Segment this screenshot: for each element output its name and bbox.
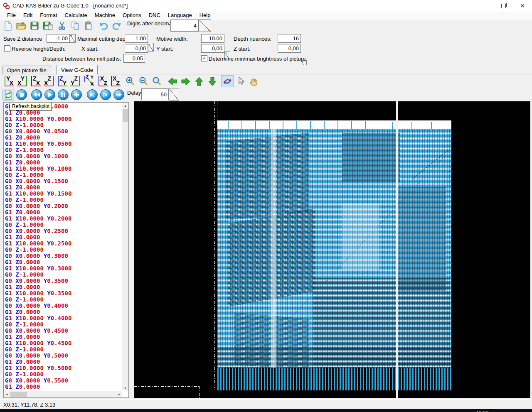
gcode-vertical-scrollbar[interactable]: ▲ ▼	[122, 103, 128, 391]
open-button[interactable]	[15, 20, 27, 32]
window-title: CAD-KAS Bilder zu G-Code 1.0 - [noname.c…	[12, 2, 128, 9]
forward-button[interactable]	[113, 89, 125, 101]
new-button[interactable]	[2, 20, 14, 32]
reverse-height-depth-label: Reverse height/Depth:	[12, 46, 65, 52]
z-start-field[interactable]: 0,00	[278, 44, 301, 53]
view-zy-button[interactable]: Z Y	[57, 75, 69, 87]
pan-hand-button[interactable]	[248, 75, 260, 87]
backplot-canvas[interactable]	[134, 101, 530, 398]
scroll-up-icon[interactable]: ▲	[122, 103, 128, 109]
spinner-down-icon[interactable]: ↓	[208, 27, 210, 32]
undo-button[interactable]	[97, 20, 110, 32]
pan-down-button[interactable]	[206, 75, 219, 87]
gcode-horizontal-scrollbar[interactable]: ◄ ►	[4, 391, 122, 397]
zoom-out-icon	[138, 76, 148, 86]
tab-view-gcode[interactable]: View G-Code	[57, 65, 98, 74]
view-iso-button[interactable]: Z Y X	[83, 75, 95, 87]
axis-letter: X	[44, 80, 48, 86]
restore-button[interactable]	[494, 0, 513, 12]
gcode-panel[interactable]: G0 X0.0000 Y0.0000G1 Z0.0000G1 X10.0000 …	[3, 102, 129, 398]
plus-icon	[71, 89, 82, 100]
select-pointer-button[interactable]	[234, 75, 247, 87]
add-button[interactable]	[71, 89, 82, 101]
menu-calculate[interactable]: Calculate	[61, 12, 91, 19]
tab-open-picture-file[interactable]: Open picture file	[2, 66, 51, 74]
axis-letter: Z	[116, 80, 120, 86]
playback-toolbar: Delay: 50 ↑↓	[0, 88, 532, 102]
mill-paths-distance-field[interactable]: 0.05	[123, 54, 145, 63]
horizontal-scroll-thumb[interactable]	[10, 392, 27, 397]
rotate-view-button[interactable]	[221, 75, 234, 87]
maximal-cutting-depth-spinner[interactable]: ↑↓	[148, 43, 154, 52]
menu-file[interactable]: File	[3, 12, 20, 19]
minimize-button[interactable]	[475, 0, 494, 12]
save-z-distance-field[interactable]: -1.00	[47, 34, 70, 43]
save-button[interactable]	[28, 20, 41, 32]
gcode-line: G0 X0.0000 Y0.3500	[5, 278, 122, 284]
gcode-line: G1 Z0.0000	[5, 309, 122, 315]
view-xy-button[interactable]: Y X	[16, 75, 28, 87]
rewind-button[interactable]	[31, 89, 42, 101]
y-start-field[interactable]: 0,00	[201, 44, 224, 53]
scroll-down-icon[interactable]: ▼	[122, 385, 128, 391]
menu-options[interactable]: Options	[119, 12, 145, 19]
view-xz2-button[interactable]: X Z	[97, 75, 109, 87]
pan-up-button[interactable]	[193, 75, 205, 87]
gcode-line: G0 X0.0000 Y0.2000	[5, 203, 122, 209]
skip-to-end-button[interactable]	[86, 89, 98, 101]
play-button[interactable]	[44, 89, 56, 101]
view-yz-button[interactable]: Z Y	[69, 75, 81, 87]
refresh-backplot-button[interactable]	[2, 89, 14, 101]
view-xz-button[interactable]: Z X	[42, 75, 54, 87]
save-as-button[interactable]	[42, 20, 54, 32]
delay-spinner[interactable]: ↑↓	[169, 88, 179, 101]
redo-button[interactable]	[111, 20, 123, 32]
rotate-icon	[222, 76, 232, 86]
view-yx-button[interactable]: Y X	[3, 75, 15, 87]
save-z-distance-spinner[interactable]: ↑↓	[70, 34, 76, 43]
stop-button[interactable]	[16, 89, 27, 101]
digits-spinner[interactable]: ↑↓	[199, 19, 211, 32]
menu-format[interactable]: Format	[36, 12, 61, 19]
brightness-checkbox[interactable]: ✓	[201, 55, 207, 61]
crosshair-horizontal-line	[134, 386, 201, 387]
depth-nuances-field[interactable]: 16	[278, 34, 301, 43]
paste-button[interactable]	[82, 20, 95, 32]
delay-field[interactable]: 50	[141, 88, 169, 100]
step-button[interactable]	[100, 89, 111, 101]
view-zx-button[interactable]: Z X	[30, 75, 42, 87]
zoom-out-button[interactable]	[137, 75, 150, 87]
copy-button[interactable]	[69, 20, 81, 32]
menu-edit[interactable]: Edit	[20, 12, 36, 19]
close-icon: ✕	[520, 3, 525, 9]
menu-help[interactable]: Help	[196, 12, 214, 19]
close-button[interactable]: ✕	[513, 0, 532, 12]
zoom-window-button[interactable]	[150, 75, 163, 87]
cut-button[interactable]	[56, 20, 68, 32]
menu-language[interactable]: Language	[164, 12, 196, 19]
gcode-line: G0 Z-1.0000	[5, 297, 122, 303]
motive-width-field[interactable]: 10.00	[201, 34, 224, 43]
gcode-line: G1 X10.0000 Y0.4500	[5, 340, 122, 346]
spinner-up-icon[interactable]: ↑	[200, 19, 202, 24]
view-xz3-button[interactable]: X Z	[110, 75, 122, 87]
delay-label: Delay:	[127, 90, 143, 96]
restore-icon	[501, 4, 506, 8]
pan-left-button[interactable]	[166, 75, 179, 87]
motive-width-label: Motive width:	[156, 36, 188, 42]
paste-icon	[84, 21, 93, 30]
digits-after-decimal-field[interactable]: 4	[170, 20, 199, 32]
backplot-motive-image	[217, 120, 451, 390]
zoom-in-button[interactable]	[124, 75, 136, 87]
pan-right-button[interactable]	[180, 75, 192, 87]
menu-dnc[interactable]: DNC	[145, 12, 164, 19]
pause-button[interactable]	[57, 89, 69, 101]
x-start-field[interactable]: 0,00	[125, 44, 148, 53]
reverse-height-depth-checkbox[interactable]	[4, 45, 10, 52]
scroll-left-icon[interactable]: ◄	[4, 391, 10, 397]
maximal-cutting-depth-field[interactable]: 1.00	[125, 34, 148, 43]
scroll-right-icon[interactable]: ►	[116, 391, 122, 397]
skip-end-icon	[87, 89, 98, 100]
menu-machine[interactable]: Machine	[91, 12, 119, 19]
vertical-scroll-thumb[interactable]	[123, 109, 128, 122]
